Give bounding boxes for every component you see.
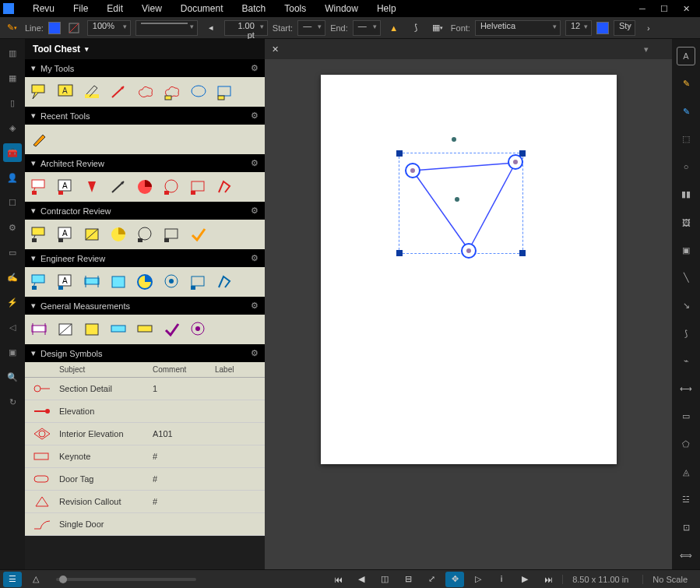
tool-ellipse[interactable]	[188, 82, 209, 102]
tool-c7[interactable]	[188, 224, 209, 245]
panel-title[interactable]: Tool Chest▾	[25, 39, 265, 59]
gear-icon[interactable]: ⚙	[251, 158, 259, 168]
node-c[interactable]	[461, 243, 477, 259]
tool-a5[interactable]	[135, 177, 156, 197]
measurements-icon[interactable]: ⚡	[3, 293, 22, 312]
tool-chest-icon[interactable]: 🧰	[3, 143, 22, 162]
tool-e2[interactable]: A	[56, 272, 76, 292]
tool-c1[interactable]	[30, 224, 50, 245]
markups-list-icon[interactable]: ☰	[3, 572, 22, 587]
tool-highlight[interactable]	[83, 82, 103, 102]
curve-icon[interactable]: ⟆	[407, 20, 424, 36]
file-access-icon[interactable]: ▥	[3, 44, 22, 62]
polygon-tool-icon[interactable]: ⬠	[677, 435, 695, 454]
tool-a2[interactable]: A	[56, 177, 76, 197]
tool-c6[interactable]	[162, 224, 182, 245]
symbol-row[interactable]: Door Tag#	[25, 468, 265, 491]
tool-m1[interactable]	[30, 319, 50, 340]
zoom-dropdown[interactable]: 100%	[87, 20, 131, 36]
menu-tools[interactable]: Tools	[275, 0, 315, 17]
dimension-tool-icon[interactable]: ⟷	[677, 380, 695, 399]
search-icon[interactable]: 🔍	[3, 368, 22, 386]
line-style-dropdown[interactable]	[135, 20, 198, 36]
thumbnails-icon[interactable]: ▦	[3, 69, 22, 87]
tool-m7[interactable]	[188, 319, 209, 340]
menu-view[interactable]: View	[132, 0, 171, 17]
end-cap-dropdown[interactable]: —	[353, 20, 381, 36]
flags-icon[interactable]: ◁	[3, 318, 22, 336]
line-color-swatch[interactable]	[48, 22, 61, 34]
symbol-row[interactable]: Single Door	[25, 513, 265, 536]
section-engineer[interactable]: ▾Engineer Review⚙	[25, 249, 265, 267]
split-h-icon[interactable]: ◫	[375, 572, 394, 587]
tool-m6[interactable]	[162, 319, 182, 340]
tool-e4[interactable]	[109, 272, 129, 292]
tool-a1[interactable]	[30, 177, 50, 197]
tool-a8[interactable]	[215, 177, 235, 197]
tool-e1[interactable]	[30, 272, 50, 292]
close-panel-icon[interactable]: ✕	[265, 39, 285, 59]
tool-a6[interactable]	[162, 177, 182, 197]
gear-icon[interactable]: ⚙	[251, 348, 259, 358]
minimize-button[interactable]: ─	[631, 1, 653, 16]
decrement-icon[interactable]: ◂	[202, 20, 220, 36]
menu-document[interactable]: Document	[171, 0, 233, 17]
studio-icon[interactable]: ▣	[3, 343, 22, 361]
fit-page-icon[interactable]: ⤢	[422, 572, 441, 587]
next-page-icon[interactable]: ▶	[515, 572, 534, 587]
tool-cloud-plus[interactable]	[162, 82, 182, 102]
tool-a7[interactable]	[188, 177, 209, 197]
section-contractor[interactable]: ▾Contractor Review⚙	[25, 202, 265, 220]
crop-tool-icon[interactable]: ▣	[677, 241, 695, 259]
bookmarks-icon[interactable]: ▯	[3, 93, 22, 112]
symbol-row[interactable]: Keynote#	[25, 445, 265, 468]
tool-m2[interactable]	[56, 319, 76, 340]
sets-icon[interactable]: 👤	[3, 168, 22, 187]
gear-icon[interactable]: ⚙	[251, 111, 259, 121]
tool-c5[interactable]	[135, 224, 156, 245]
tool-m5[interactable]	[135, 319, 156, 340]
symbol-row[interactable]: Elevation	[25, 400, 265, 423]
line-width-dropdown[interactable]: 1.00 pt	[224, 20, 268, 36]
split-v-icon[interactable]: ⊟	[399, 572, 417, 587]
properties-icon[interactable]: ⚙	[3, 218, 22, 237]
tool-pen-orange[interactable]	[30, 129, 50, 150]
tool-cloud[interactable]	[135, 82, 156, 102]
layers-icon[interactable]: ◈	[3, 118, 22, 137]
line-tool-icon[interactable]: ╲	[677, 269, 695, 287]
font-color-swatch[interactable]	[596, 22, 609, 34]
prev-page-icon[interactable]: ◀	[352, 572, 371, 587]
menu-file[interactable]: File	[64, 0, 97, 17]
pan-tool-icon[interactable]: ✥	[445, 572, 464, 587]
ellipse-tool-icon[interactable]: ○	[677, 158, 695, 177]
tool-e7[interactable]	[188, 272, 209, 292]
tool-a3[interactable]	[83, 177, 103, 197]
cloud-tool-icon[interactable]: ◬	[677, 463, 695, 481]
menu-window[interactable]: Window	[315, 0, 368, 17]
symbol-row[interactable]: Section Detail1	[25, 378, 265, 400]
arc-tool-icon[interactable]: ⟆	[677, 324, 695, 343]
section-measurements[interactable]: ▾General Measurements⚙	[25, 297, 265, 315]
tool-e8[interactable]	[215, 272, 235, 292]
style-dropdown[interactable]: Sty	[614, 20, 635, 36]
arrow-tool-icon[interactable]: ↘	[677, 297, 695, 315]
links-icon[interactable]: ▭	[3, 243, 22, 262]
shape-tool-icon[interactable]: ⬚	[677, 130, 695, 149]
menu-edit[interactable]: Edit	[97, 0, 132, 17]
menu-revu[interactable]: Revu	[23, 0, 64, 17]
tab-chevron-icon[interactable]: ▾	[644, 44, 649, 55]
section-symbols[interactable]: ▾Design Symbols⚙	[25, 344, 265, 362]
measure-tool-icon[interactable]: ⟺	[677, 546, 695, 565]
tool-c4[interactable]	[109, 224, 129, 245]
gear-icon[interactable]: ⚙	[251, 206, 259, 216]
zoom-slider[interactable]	[56, 578, 196, 581]
note-tool-icon[interactable]: ☳	[677, 491, 695, 509]
tool-c2[interactable]: A	[56, 224, 76, 245]
select-tool-icon[interactable]: ▷	[469, 572, 487, 587]
forms-icon[interactable]: ☐	[3, 193, 22, 212]
expand-icon[interactable]: △	[26, 572, 45, 587]
count-tool-icon[interactable]: ⊡	[677, 519, 695, 537]
menu-batch[interactable]: Batch	[233, 0, 276, 17]
tool-callout[interactable]	[30, 82, 50, 102]
tool-textbox[interactable]: A	[56, 82, 76, 102]
